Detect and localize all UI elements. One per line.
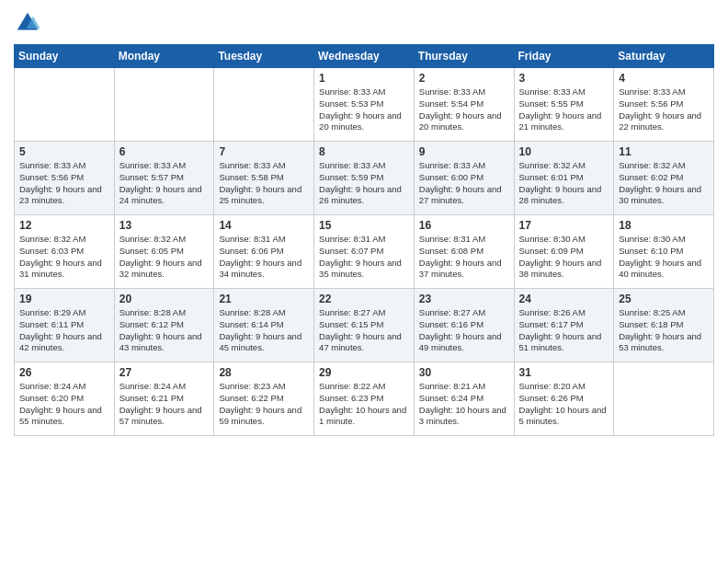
sunrise-text: Sunrise: 8:33 AM	[219, 160, 309, 172]
day-number: 22	[319, 293, 409, 305]
day-number: 18	[619, 219, 709, 232]
day-info: Sunrise: 8:31 AMSunset: 6:06 PMDaylight:…	[219, 234, 309, 281]
day-info: Sunrise: 8:33 AMSunset: 5:56 PMDaylight:…	[619, 86, 709, 133]
calendar-cell: 22Sunrise: 8:27 AMSunset: 6:15 PMDayligh…	[314, 289, 415, 362]
day-number: 31	[519, 366, 609, 379]
daylight-text: Daylight: 9 hours and 57 minutes.	[119, 405, 210, 429]
daylight-text: Daylight: 9 hours and 43 minutes.	[119, 331, 210, 355]
sunset-text: Sunset: 6:16 PM	[419, 319, 509, 331]
calendar-week-row: 12Sunrise: 8:32 AMSunset: 6:03 PMDayligh…	[15, 215, 714, 289]
daylight-text: Daylight: 9 hours and 49 minutes.	[419, 331, 509, 355]
sunset-text: Sunset: 6:23 PM	[319, 393, 409, 405]
daylight-text: Daylight: 9 hours and 28 minutes.	[519, 184, 609, 208]
sunrise-text: Sunrise: 8:33 AM	[319, 160, 409, 172]
daylight-text: Daylight: 9 hours and 23 minutes.	[19, 184, 109, 208]
sunrise-text: Sunrise: 8:32 AM	[119, 234, 210, 246]
calendar-cell: 4Sunrise: 8:33 AMSunset: 5:56 PMDaylight…	[614, 68, 714, 142]
daylight-text: Daylight: 9 hours and 22 minutes.	[619, 110, 709, 134]
daylight-text: Daylight: 9 hours and 40 minutes.	[619, 258, 709, 282]
sunset-text: Sunset: 6:06 PM	[219, 246, 309, 258]
weekday-header: Sunday	[15, 45, 115, 68]
day-number: 27	[119, 366, 210, 379]
day-info: Sunrise: 8:32 AMSunset: 6:01 PMDaylight:…	[519, 160, 609, 207]
daylight-text: Daylight: 9 hours and 42 minutes.	[19, 331, 109, 355]
sunrise-text: Sunrise: 8:23 AM	[219, 381, 309, 393]
daylight-text: Daylight: 9 hours and 37 minutes.	[419, 258, 509, 282]
day-number: 20	[119, 293, 210, 305]
logo	[14, 9, 45, 37]
calendar-cell: 30Sunrise: 8:21 AMSunset: 6:24 PMDayligh…	[414, 362, 514, 436]
daylight-text: Daylight: 9 hours and 59 minutes.	[219, 405, 309, 429]
day-info: Sunrise: 8:24 AMSunset: 6:21 PMDaylight:…	[119, 381, 210, 428]
day-number: 5	[19, 145, 109, 158]
sunrise-text: Sunrise: 8:20 AM	[519, 381, 609, 393]
day-info: Sunrise: 8:25 AMSunset: 6:18 PMDaylight:…	[619, 307, 709, 354]
daylight-text: Daylight: 9 hours and 51 minutes.	[519, 331, 609, 355]
sunrise-text: Sunrise: 8:31 AM	[219, 234, 309, 246]
sunrise-text: Sunrise: 8:26 AM	[519, 307, 609, 319]
calendar-cell: 20Sunrise: 8:28 AMSunset: 6:12 PMDayligh…	[114, 289, 214, 362]
calendar-cell: 29Sunrise: 8:22 AMSunset: 6:23 PMDayligh…	[314, 362, 415, 436]
sunrise-text: Sunrise: 8:22 AM	[319, 381, 409, 393]
logo-icon	[14, 9, 41, 37]
sunset-text: Sunset: 6:00 PM	[419, 172, 509, 184]
day-number: 10	[519, 145, 609, 158]
day-number: 2	[419, 72, 509, 85]
day-info: Sunrise: 8:23 AMSunset: 6:22 PMDaylight:…	[219, 381, 309, 428]
daylight-text: Daylight: 9 hours and 31 minutes.	[19, 258, 109, 282]
daylight-text: Daylight: 9 hours and 30 minutes.	[619, 184, 709, 208]
sunrise-text: Sunrise: 8:32 AM	[19, 234, 109, 246]
day-info: Sunrise: 8:30 AMSunset: 6:09 PMDaylight:…	[519, 234, 609, 281]
sunrise-text: Sunrise: 8:27 AM	[419, 307, 509, 319]
day-number: 13	[119, 219, 210, 232]
day-number: 3	[519, 72, 609, 85]
sunset-text: Sunset: 5:59 PM	[319, 172, 409, 184]
sunset-text: Sunset: 6:08 PM	[419, 246, 509, 258]
sunrise-text: Sunrise: 8:30 AM	[619, 234, 709, 246]
day-info: Sunrise: 8:24 AMSunset: 6:20 PMDaylight:…	[19, 381, 109, 428]
sunset-text: Sunset: 6:24 PM	[419, 393, 509, 405]
calendar-cell: 8Sunrise: 8:33 AMSunset: 5:59 PMDaylight…	[314, 142, 415, 215]
sunset-text: Sunset: 6:17 PM	[519, 319, 609, 331]
sunset-text: Sunset: 6:18 PM	[619, 319, 709, 331]
calendar-cell: 11Sunrise: 8:32 AMSunset: 6:02 PMDayligh…	[614, 142, 714, 215]
sunset-text: Sunset: 5:54 PM	[419, 98, 509, 110]
sunset-text: Sunset: 6:03 PM	[19, 246, 109, 258]
day-number: 7	[219, 145, 309, 158]
day-info: Sunrise: 8:32 AMSunset: 6:05 PMDaylight:…	[119, 234, 210, 281]
daylight-text: Daylight: 10 hours and 5 minutes.	[519, 405, 609, 429]
day-info: Sunrise: 8:29 AMSunset: 6:11 PMDaylight:…	[19, 307, 109, 354]
day-number: 4	[619, 72, 709, 85]
daylight-text: Daylight: 9 hours and 25 minutes.	[219, 184, 309, 208]
sunrise-text: Sunrise: 8:33 AM	[19, 160, 109, 172]
sunrise-text: Sunrise: 8:25 AM	[619, 307, 709, 319]
day-info: Sunrise: 8:33 AMSunset: 5:59 PMDaylight:…	[319, 160, 409, 207]
day-number: 11	[619, 145, 709, 158]
day-number: 25	[619, 293, 709, 305]
sunrise-text: Sunrise: 8:24 AM	[19, 381, 109, 393]
daylight-text: Daylight: 9 hours and 26 minutes.	[319, 184, 409, 208]
calendar-cell: 16Sunrise: 8:31 AMSunset: 6:08 PMDayligh…	[414, 215, 514, 289]
daylight-text: Daylight: 10 hours and 3 minutes.	[419, 405, 509, 429]
daylight-text: Daylight: 10 hours and 1 minute.	[319, 405, 409, 429]
day-info: Sunrise: 8:32 AMSunset: 6:03 PMDaylight:…	[19, 234, 109, 281]
weekday-header: Tuesday	[214, 45, 314, 68]
calendar-cell: 5Sunrise: 8:33 AMSunset: 5:56 PMDaylight…	[15, 142, 115, 215]
sunset-text: Sunset: 5:56 PM	[19, 172, 109, 184]
sunset-text: Sunset: 6:12 PM	[119, 319, 210, 331]
day-info: Sunrise: 8:32 AMSunset: 6:02 PMDaylight:…	[619, 160, 709, 207]
calendar-week-row: 1Sunrise: 8:33 AMSunset: 5:53 PMDaylight…	[15, 68, 714, 142]
day-info: Sunrise: 8:22 AMSunset: 6:23 PMDaylight:…	[319, 381, 409, 428]
sunset-text: Sunset: 6:11 PM	[19, 319, 109, 331]
day-info: Sunrise: 8:31 AMSunset: 6:07 PMDaylight:…	[319, 234, 409, 281]
sunset-text: Sunset: 6:14 PM	[219, 319, 309, 331]
calendar-cell: 1Sunrise: 8:33 AMSunset: 5:53 PMDaylight…	[314, 68, 415, 142]
sunrise-text: Sunrise: 8:29 AM	[19, 307, 109, 319]
daylight-text: Daylight: 9 hours and 45 minutes.	[219, 331, 309, 355]
daylight-text: Daylight: 9 hours and 53 minutes.	[619, 331, 709, 355]
calendar-cell: 9Sunrise: 8:33 AMSunset: 6:00 PMDaylight…	[414, 142, 514, 215]
day-number: 9	[419, 145, 509, 158]
header	[14, 9, 714, 37]
calendar-cell: 15Sunrise: 8:31 AMSunset: 6:07 PMDayligh…	[314, 215, 415, 289]
day-info: Sunrise: 8:33 AMSunset: 5:56 PMDaylight:…	[19, 160, 109, 207]
